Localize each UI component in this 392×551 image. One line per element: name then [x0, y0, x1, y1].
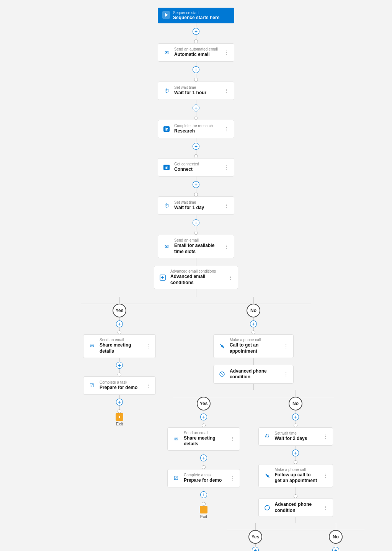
email-icon: ✉: [87, 342, 96, 351]
conn-dot: [294, 460, 297, 464]
add-step-btn[interactable]: +: [193, 219, 199, 226]
email-timeslots-menu[interactable]: ⋮: [223, 244, 230, 250]
wait-1h-menu[interactable]: ⋮: [223, 88, 230, 94]
wait-2d-icon: ⏱: [263, 432, 272, 441]
connect-text: Get connected Connect: [174, 162, 220, 173]
no1-adv-phone-title: Advanced phone condition: [230, 368, 279, 380]
svg-point-5: [220, 372, 224, 376]
add-step-btn-yes3[interactable]: +: [252, 547, 259, 551]
no1-adv-phone-menu[interactable]: ⋮: [283, 371, 289, 377]
no-arm-2: No + ⏱ Set wait time Wait for 2 days: [246, 390, 345, 551]
yes2-share-text: Send an email Share meeting details: [184, 431, 226, 447]
email-timeslots-text: Send an email Email for available time s…: [174, 238, 220, 255]
connector: +: [116, 395, 123, 413]
yes2-prepare-label: Complete a task: [184, 473, 226, 477]
add-step-btn-yes1[interactable]: +: [116, 320, 123, 327]
wait-1h-text: Set wait time Wait for 1 hour: [174, 85, 220, 96]
no2-wait-title: Wait for 2 days: [275, 436, 319, 442]
conn-dot: [194, 39, 198, 43]
research-menu[interactable]: ⋮: [223, 126, 230, 132]
auto-email-menu[interactable]: ⋮: [223, 49, 230, 56]
conn-dot: [194, 193, 198, 196]
wait-1d-icon: ⏱: [162, 201, 171, 210]
wait-1d-title: Wait for 1 day: [174, 205, 220, 211]
add-step-btn[interactable]: +: [193, 105, 199, 111]
adv-email-title: Advanced email conditions: [170, 274, 224, 286]
line: [196, 258, 196, 266]
adv-email-menu[interactable]: ⋮: [227, 275, 234, 281]
conn-dot: [202, 423, 206, 427]
add-step-btn[interactable]: +: [116, 362, 123, 369]
no1-call-text: Make a phone call Call to get an appoint…: [230, 338, 279, 354]
add-step-btn[interactable]: +: [292, 450, 299, 456]
no2-followup-menu[interactable]: ⋮: [322, 473, 329, 479]
line: [196, 111, 196, 116]
connector: +: [116, 358, 123, 376]
no1-call-menu[interactable]: ⋮: [283, 343, 289, 349]
connector-2: +: [193, 62, 199, 82]
add-step-btn[interactable]: +: [200, 491, 207, 498]
yes2-share-menu[interactable]: ⋮: [229, 436, 236, 442]
line: [296, 487, 296, 494]
add-step-btn-yes2[interactable]: +: [200, 414, 207, 420]
connector-5: +: [193, 177, 199, 196]
line: [336, 523, 336, 530]
wait-1d-menu[interactable]: ⋮: [223, 203, 230, 209]
line: [196, 177, 196, 181]
no-label-2: No: [289, 397, 302, 410]
yes1-share-menu[interactable]: ⋮: [145, 343, 152, 349]
line: [204, 487, 204, 491]
add-step-btn-no1[interactable]: +: [250, 320, 257, 327]
connect-menu[interactable]: ⋮: [223, 164, 230, 170]
add-step-btn[interactable]: +: [193, 66, 199, 73]
flow-canvas: Sequence start Sequence starts here + ✉ …: [0, 0, 392, 551]
email-timeslots-card: ✉ Send an email Email for available time…: [158, 235, 234, 258]
email-timeslots-label: Send an email: [174, 238, 220, 243]
line: [204, 420, 204, 423]
yes2-prepare-demo-card: ☑ Complete a task Prepare for demo ⋮: [167, 469, 240, 487]
add-step-btn-no2[interactable]: +: [292, 414, 299, 420]
line: [196, 62, 196, 66]
line: [296, 420, 296, 423]
yes2-prepare-text: Complete a task Prepare for demo: [184, 473, 226, 484]
yes1-prepare-demo-card: ☑ Complete a task Prepare for demo ⋮: [83, 376, 156, 395]
branch-h-line-3: [227, 530, 364, 530]
connector: +: [292, 446, 299, 464]
wait-1h-card: ⏱ Set wait time Wait for 1 hour ⋮: [158, 82, 234, 100]
research-text: Complete the research Research: [174, 124, 220, 134]
email-timeslots-title: Email for available time slots: [174, 243, 220, 255]
wait-1d-card: ⏱ Set wait time Wait for 1 day ⋮: [158, 196, 234, 215]
branch-h-line: [81, 304, 311, 304]
conn-dot: [252, 330, 255, 334]
line: [196, 100, 196, 105]
add-step-btn[interactable]: +: [116, 399, 123, 405]
add-step-btn[interactable]: +: [193, 181, 199, 188]
no2-followup-text: Make a phone call Follow up call to get …: [275, 468, 319, 484]
exit-node-1: Exit: [116, 413, 123, 426]
adv-phone-icon: [217, 370, 227, 379]
conn-dot: [202, 502, 206, 506]
line: [296, 410, 296, 414]
yes2-share-meeting-card: ✉ Send an email Share meeting details ⋮: [167, 427, 240, 451]
no-label-3: No: [329, 530, 343, 544]
line: [119, 297, 120, 304]
yes1-prepare-menu[interactable]: ⋮: [145, 383, 152, 389]
no2-wait-menu[interactable]: ⋮: [322, 433, 329, 440]
line: [119, 395, 120, 399]
line: [253, 297, 254, 304]
research-title: Research: [174, 128, 220, 134]
line: [255, 544, 256, 547]
add-step-btn[interactable]: +: [193, 28, 199, 35]
auto-email-text: Send an automated email Automatic email: [174, 47, 220, 58]
add-step-btn-no3[interactable]: +: [332, 547, 339, 551]
no2-followup-call-card: Make a phone call Follow up call to get …: [258, 464, 333, 487]
no2-adv-phone-menu[interactable]: ⋮: [322, 505, 329, 511]
line: [196, 226, 196, 231]
yes2-prepare-menu[interactable]: ⋮: [229, 475, 236, 481]
line: [253, 317, 254, 320]
email-timeslots-icon: ✉: [162, 242, 171, 251]
connect-card: in Get connected Connect ⋮: [158, 158, 234, 177]
add-step-btn[interactable]: +: [200, 455, 207, 461]
add-step-btn[interactable]: +: [193, 143, 199, 150]
flow-container: Sequence start Sequence starts here + ✉ …: [0, 8, 392, 551]
